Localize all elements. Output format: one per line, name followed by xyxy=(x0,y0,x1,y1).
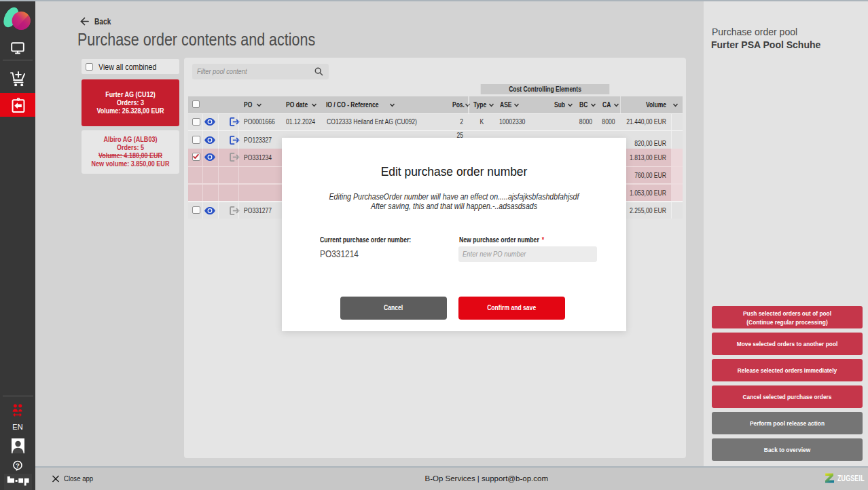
svg-text:?: ? xyxy=(16,461,20,469)
